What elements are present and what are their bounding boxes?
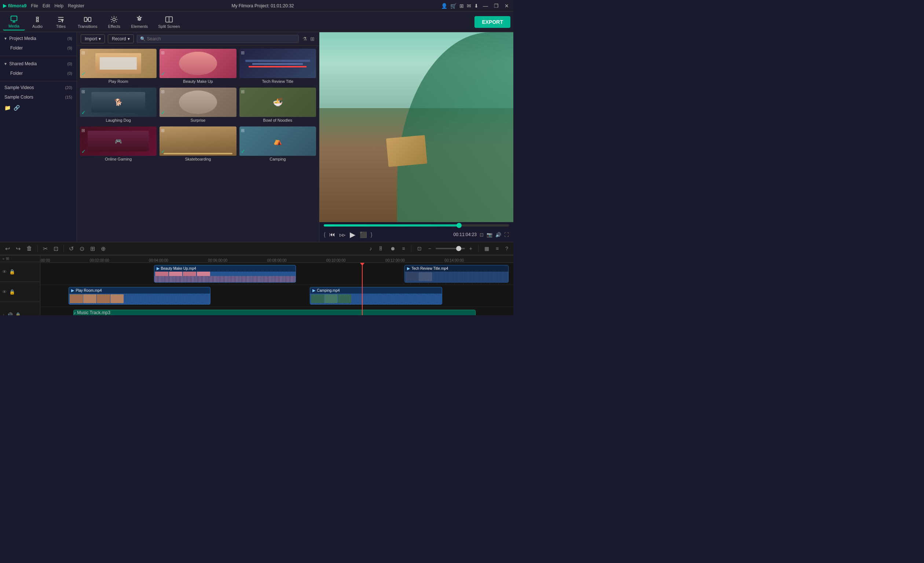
media-item-playroom[interactable]: ✓ ⊞ Play Room — [80, 49, 157, 85]
play-button[interactable]: ▶ — [349, 229, 356, 240]
zoom-slider[interactable] — [436, 248, 465, 249]
track-controls: + ⊞ 👁 🔒 👁 🔒 ♪ 🔊 🔒 — [0, 256, 40, 315]
stop-button[interactable]: ⬛ — [359, 231, 368, 239]
record-button[interactable]: Record ▾ — [108, 34, 134, 43]
playhead[interactable] — [362, 263, 363, 315]
sidebar-item-sample-videos[interactable]: Sample Videos (20) — [0, 83, 76, 92]
minimize-button[interactable]: — — [482, 3, 489, 9]
zoom-thumb[interactable] — [456, 246, 461, 251]
step-back-button[interactable]: ⏮ — [328, 231, 336, 239]
download-icon[interactable]: ⬇ — [474, 3, 478, 9]
media-item-beautymakeup[interactable]: ✓ ⊞ Beauty Make Up — [159, 49, 236, 85]
media-item-skate[interactable]: ✓ ⊞ Skateboarding — [159, 126, 236, 162]
sidebar-item-sample-colors[interactable]: Sample Colors (15) — [0, 92, 76, 102]
render-icon[interactable]: ⊡ — [480, 232, 484, 238]
media-toolbar: Import ▾ Record ▾ 🔍 ⚗ ⊞ — [77, 32, 319, 46]
ruler-mark-5: 00:10:00:00 — [326, 258, 346, 262]
sidebar-item-shared-folder[interactable]: Folder (0) — [0, 69, 76, 78]
rotate-button[interactable]: ↺ — [67, 244, 76, 253]
media-item-camping[interactable]: ⛺ ✓ ⊞ Camping — [239, 126, 316, 162]
timeline-ruler: 00:00:00:00 00:02:00:00 00:04:00:00 00:0… — [40, 256, 513, 263]
redo-button[interactable]: ↪ — [14, 244, 23, 253]
clip-camping[interactable]: ▶ Camping.mp4 — [310, 287, 442, 305]
media-item-gaming-label: Online Gaming — [80, 156, 157, 162]
tab-split-label: Split Screen — [158, 24, 180, 28]
search-box[interactable]: 🔍 — [137, 35, 299, 43]
new-folder-icon[interactable]: 📁 — [4, 105, 10, 111]
grid-icon[interactable]: ⊞ — [459, 3, 464, 9]
track-visibility-icon-2[interactable]: 👁 — [2, 289, 7, 295]
clip-music-track[interactable]: ♪ Music Track.mp3 — [74, 310, 476, 315]
tab-media[interactable]: Media — [3, 13, 25, 30]
cut-button[interactable]: ✂ — [41, 244, 50, 253]
undo-button[interactable]: ↩ — [3, 244, 12, 253]
progress-thumb[interactable] — [456, 223, 462, 228]
maximize-button[interactable]: ❐ — [492, 3, 500, 9]
record-icon[interactable]: ⏺ — [388, 244, 398, 253]
account-icon[interactable]: 👤 — [441, 3, 447, 9]
sidebar-item-project-media[interactable]: ▾ Project Media (9) — [0, 34, 76, 43]
menu-edit[interactable]: Edit — [42, 3, 50, 8]
volume-icon[interactable]: 🔊 — [495, 232, 501, 238]
audio-track-icon[interactable]: ♪ — [367, 244, 374, 253]
menu-bar[interactable]: File Edit Help Register — [31, 3, 84, 8]
media-item-playroom-label: Play Room — [80, 78, 157, 85]
filter-icon[interactable]: ⚗ — [302, 35, 308, 42]
menu-register[interactable]: Register — [68, 3, 84, 8]
audio-note-icon[interactable]: ♪ — [2, 312, 5, 315]
subtitle-icon[interactable]: ≡ — [400, 244, 407, 253]
settings-icon[interactable]: ≡ — [494, 244, 501, 253]
tab-audio[interactable]: Audio — [26, 14, 48, 30]
import-button[interactable]: Import ▾ — [81, 34, 105, 43]
titlebar-right: 👤 🛒 ⊞ ✉ ⬇ — ❐ ✕ — [441, 3, 510, 9]
tab-effects[interactable]: Effects — [103, 14, 125, 30]
grid-view-icon[interactable]: ⊞ — [309, 35, 315, 42]
grid-icon-camping: ⊞ — [241, 128, 244, 133]
layout-icon[interactable]: ▦ — [482, 244, 491, 253]
media-item-laughingdog[interactable]: 🐕 ✓ ⊞ Laughing Dog — [80, 88, 157, 124]
link-folder-icon[interactable]: 🔗 — [14, 105, 20, 111]
sidebar-item-folder[interactable]: Folder (9) — [0, 43, 76, 53]
track-visibility-icon[interactable]: 👁 — [2, 269, 7, 274]
crop-button[interactable]: ⊡ — [51, 244, 60, 253]
delete-button[interactable]: 🗑 — [24, 244, 34, 253]
media-item-tech-label: Tech Review Title — [239, 78, 316, 85]
sidebar-item-shared-media[interactable]: ▾ Shared Media (0) — [0, 59, 76, 69]
help-icon[interactable]: ? — [503, 244, 510, 253]
track-lock-icon-2[interactable]: 🔒 — [9, 289, 15, 295]
media-item-gaming[interactable]: 🎮 ✓ ⊞ Online Gaming — [80, 126, 157, 162]
media-item-surprise[interactable]: ✓ ⊞ Surprise — [159, 88, 236, 124]
progress-bar[interactable] — [324, 224, 509, 226]
tab-titles[interactable]: T Titles — [50, 14, 72, 30]
audio-lock-icon[interactable]: 🔒 — [15, 312, 21, 315]
clip-tech-review[interactable]: ▶ Tech Review Title.mp4 — [404, 265, 508, 283]
store-icon[interactable]: 🛒 — [450, 3, 456, 9]
close-button[interactable]: ✕ — [503, 3, 510, 9]
effect-button[interactable]: ⊙ — [77, 244, 87, 253]
media-item-techreview[interactable]: ⊞ Tech Review Title — [239, 49, 316, 85]
snapshot-marker-icon[interactable]: ⊡ — [415, 244, 424, 253]
export-button[interactable]: EXPORT — [474, 16, 510, 28]
color-button[interactable]: ⊞ — [88, 244, 97, 253]
media-item-noodles[interactable]: 🍜 ⊞ Bowl of Noodles — [239, 88, 316, 124]
menu-file[interactable]: File — [31, 3, 38, 8]
tab-transitions[interactable]: Transitions — [74, 14, 102, 30]
clip-beauty-makeup[interactable]: ▶ Beauty Make Up.mp4 — [154, 265, 296, 283]
clip-playroom[interactable]: ▶ Play Room.mp4 — [69, 287, 210, 305]
sidebar-folder-actions: 📁 🔗 — [0, 102, 76, 114]
tab-elements[interactable]: Elements — [126, 14, 152, 30]
zoom-in-icon[interactable]: + — [467, 244, 474, 253]
menu-help[interactable]: Help — [55, 3, 64, 8]
search-input[interactable] — [147, 36, 296, 41]
snapshot-icon[interactable]: 📷 — [487, 232, 492, 238]
zoom-out-icon[interactable]: − — [426, 244, 434, 253]
audio-volume-icon[interactable]: 🔊 — [7, 312, 13, 315]
fullscreen-icon[interactable]: ⛶ — [504, 232, 509, 238]
stabilize-button[interactable]: ⊕ — [99, 244, 108, 253]
check-icon-dog: ✓ — [81, 109, 86, 115]
tab-split-screen[interactable]: Split Screen — [154, 14, 184, 30]
audio-mix-icon[interactable]: 🎚 — [376, 244, 386, 253]
track-lock-icon[interactable]: 🔒 — [9, 269, 15, 274]
play-slow-button[interactable]: ▹▹ — [339, 231, 346, 239]
mail-icon[interactable]: ✉ — [467, 3, 471, 9]
